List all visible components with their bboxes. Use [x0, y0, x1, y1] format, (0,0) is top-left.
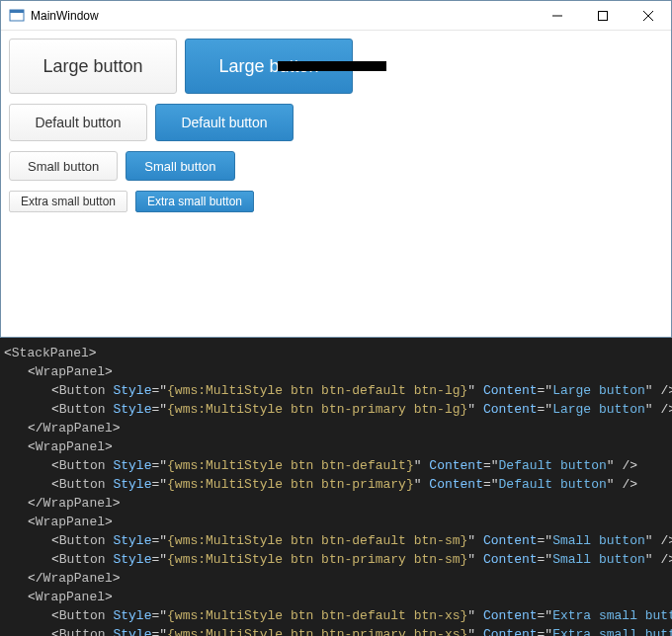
main-window: MainWindow Large button Large button Def… [0, 0, 672, 338]
tag-wrappanel: WrapPanel [36, 364, 105, 379]
small-primary-button[interactable]: Small button [126, 151, 234, 181]
titlebar: MainWindow [1, 1, 671, 31]
minimize-button[interactable] [535, 1, 580, 31]
extra-small-primary-button[interactable]: Extra small button [135, 191, 254, 212]
app-icon [9, 8, 25, 24]
svg-line-5 [643, 11, 653, 21]
row-small: Small button Small button [9, 151, 663, 181]
small-default-button[interactable]: Small button [9, 151, 118, 181]
default-default-button[interactable]: Default button [9, 104, 147, 141]
overlay-bar [278, 61, 386, 71]
tag-button: Button [59, 383, 106, 398]
svg-line-4 [643, 11, 653, 21]
code-panel: <StackPanel> <WrapPanel> <Button Style="… [0, 338, 672, 636]
default-primary-button[interactable]: Default button [155, 104, 294, 141]
window-title: MainWindow [31, 9, 99, 23]
svg-rect-3 [599, 11, 608, 20]
row-default: Default button Default button [9, 104, 663, 141]
maximize-button[interactable] [580, 1, 626, 31]
large-default-button[interactable]: Large button [9, 39, 177, 94]
close-button[interactable] [626, 1, 671, 31]
tag-stackpanel: StackPanel [12, 346, 89, 360]
extra-small-default-button[interactable]: Extra small button [9, 191, 127, 212]
row-extra-small: Extra small button Extra small button [9, 191, 663, 212]
svg-rect-1 [10, 10, 24, 13]
client-area: Large button Large button Default button… [1, 31, 671, 337]
